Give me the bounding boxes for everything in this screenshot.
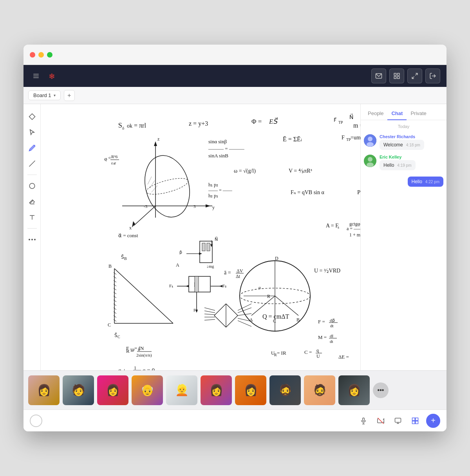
svg-text:S̄: S̄ <box>121 254 124 260</box>
svg-text:y: y <box>212 205 215 210</box>
tab-board1[interactable]: Board 1 ▾ <box>28 90 61 100</box>
pointer-tool-button[interactable] <box>26 126 38 139</box>
chat-text-1: Welcome <box>383 142 403 148</box>
svg-rect-8 <box>398 77 400 79</box>
svg-rect-209 <box>363 418 365 421</box>
svg-text:3: 3 <box>193 204 196 209</box>
svg-text:dp⃗: dp⃗ <box>330 318 335 323</box>
line-tool-button[interactable] <box>26 157 38 170</box>
svg-rect-6 <box>398 73 400 75</box>
participant-thumb-2[interactable]: 🧑 <box>63 375 94 405</box>
svg-text:z: z <box>157 136 159 142</box>
svg-text:sinA   sinB: sinA sinB <box>208 153 228 159</box>
chat-text-2: Hello <box>383 162 394 168</box>
participant-thumb-7[interactable]: 👩 <box>235 375 266 405</box>
tab-chat[interactable]: Chat <box>387 107 407 120</box>
svg-text:ε₀r: ε₀r <box>111 160 116 165</box>
camera-off-button[interactable] <box>374 415 387 427</box>
svg-text:N⃗: N⃗ <box>215 236 218 242</box>
participant-thumb-1[interactable]: 👩 <box>28 375 60 405</box>
avatar-chester <box>364 134 376 147</box>
svg-text:S: S <box>118 121 122 129</box>
close-button[interactable] <box>30 52 35 58</box>
svg-point-205 <box>367 142 374 147</box>
chat-bubble-1: Welcome 4:18 pm <box>380 140 424 150</box>
svg-text:A: A <box>176 262 179 268</box>
participant-thumb-4[interactable]: 👴 <box>132 375 163 405</box>
svg-point-20 <box>31 239 33 240</box>
screen-share-button[interactable] <box>392 415 404 427</box>
avatar-eric <box>364 155 376 167</box>
text-tool-button[interactable] <box>26 211 38 224</box>
participant-thumb-8[interactable]: 🧔 <box>269 375 301 405</box>
minimize-button[interactable] <box>38 52 44 58</box>
add-button[interactable]: + <box>426 414 440 428</box>
tab-private[interactable]: Private <box>407 107 430 120</box>
more-participants-button[interactable]: ••• <box>373 382 389 398</box>
mic-button[interactable] <box>357 415 370 427</box>
participant-strip: 👩 🧑 👩 👴 👱 👩 👩 🧔 🧔 👩 ••• <box>24 370 446 409</box>
svg-text:z = y+3: z = y+3 <box>189 120 208 127</box>
svg-text:M =: M = <box>318 334 327 340</box>
svg-point-15 <box>29 183 35 189</box>
participant-thumb-5[interactable]: 👱 <box>166 375 197 405</box>
tabs-bar: Board 1 ▾ + <box>24 87 446 104</box>
sent-message-3: Hello 4:22 pm <box>364 175 443 188</box>
svg-text:-3: -3 <box>144 204 148 209</box>
eraser-tool-button[interactable] <box>26 195 38 208</box>
svg-text:F⃗: F⃗ <box>334 117 336 123</box>
chat-bubble-wrap-1: Chester Richards Welcome 4:18 pm <box>380 134 443 150</box>
svg-text:N⃗: N⃗ <box>349 114 353 120</box>
layout-button[interactable] <box>409 415 421 427</box>
svg-rect-112 <box>195 276 199 292</box>
participant-face-5: 👱 <box>166 375 197 405</box>
svg-rect-218 <box>412 421 415 424</box>
svg-text:C: C <box>108 322 111 328</box>
chat-tabs: People Chat Private <box>361 104 446 120</box>
maximize-button[interactable] <box>47 52 52 58</box>
svg-text:R: R <box>267 294 270 299</box>
chat-sender-2: Eric Kelley <box>380 155 443 159</box>
circle-tool-button[interactable] <box>26 180 38 192</box>
svg-text:h₁   p₂: h₁ p₂ <box>208 182 218 188</box>
participant-thumb-9[interactable]: 🧔 <box>304 375 335 405</box>
select-tool-button[interactable] <box>26 110 38 123</box>
tab-people[interactable]: People <box>364 107 387 120</box>
svg-text:= IR: = IR <box>277 350 286 356</box>
svg-text:—— = ——: —— = —— <box>208 188 233 193</box>
message-input[interactable] <box>47 414 352 428</box>
svg-text:U: U <box>316 353 320 359</box>
svg-text:B: B <box>296 317 300 323</box>
svg-rect-7 <box>394 77 396 79</box>
svg-text:D: D <box>275 256 278 261</box>
more-participants-label: ••• <box>378 387 384 394</box>
tab-board1-label: Board 1 <box>33 92 51 98</box>
more-tools-button[interactable] <box>26 233 38 246</box>
exit-button[interactable] <box>425 69 440 83</box>
messages-button[interactable] <box>371 69 386 83</box>
svg-text:q: q <box>316 348 319 353</box>
svg-line-9 <box>416 73 418 75</box>
svg-text:α: α <box>258 285 261 290</box>
svg-text:sinα   sinβ: sinα sinβ <box>208 139 227 144</box>
svg-line-14 <box>29 161 35 167</box>
add-icon: + <box>431 416 436 425</box>
chat-messages: Chester Richards Welcome 4:18 pm <box>361 131 446 370</box>
participant-thumb-6[interactable]: 👩 <box>201 375 232 405</box>
svg-text:R: R <box>274 353 277 357</box>
chat-time-2: 4:19 pm <box>397 163 411 168</box>
svg-text:ES⃗: ES⃗ <box>269 117 278 125</box>
svg-rect-219 <box>416 421 418 424</box>
grid-button[interactable] <box>389 69 404 83</box>
fullscreen-button[interactable] <box>407 69 422 83</box>
chat-text-sent: Hello <box>412 179 422 184</box>
settings-icon[interactable] <box>30 70 42 82</box>
add-tab-button[interactable]: + <box>64 90 75 101</box>
participant-thumb-10[interactable]: 👩 <box>338 375 370 405</box>
toolbar-separator <box>27 175 37 175</box>
pen-tool-button[interactable] <box>26 142 38 154</box>
participant-thumb-3[interactable]: 👩 <box>97 375 128 405</box>
main-area: S δ ok = πrl z = y+3 Φ = ES⃗ Ē = ΣĒᵢ m =… <box>24 104 446 370</box>
svg-text:——— = ———: ——— = ——— <box>208 146 245 151</box>
toolbar-separator-2 <box>27 228 37 229</box>
